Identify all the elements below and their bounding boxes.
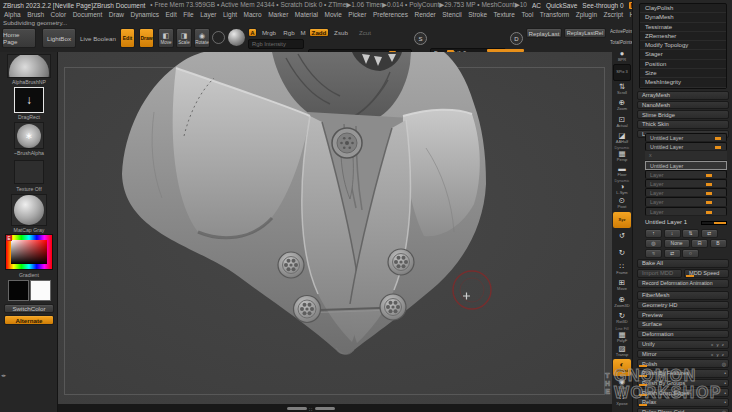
menu-item[interactable]: Texture [494,11,515,18]
menu-item[interactable]: Material [295,11,318,18]
geometry-menu-item[interactable]: ZRemesher [640,32,726,41]
menu-item[interactable]: Edit [166,11,177,18]
menu-item[interactable]: Marker [268,11,288,18]
subpalette-button[interactable]: Geometry HD [637,301,729,310]
layer-tool-button[interactable]: ○ [682,249,699,258]
material-thumbnail[interactable] [11,194,47,226]
quicksave-button[interactable]: QuickSave [546,2,577,9]
layer-tool-button[interactable]: ≈ [645,249,662,258]
geometry-menu-item[interactable]: MeshIntegrity [640,78,726,87]
record-deformation-button[interactable]: Record Deformation Animation [637,279,729,288]
menu-item[interactable]: Color [51,11,67,18]
geometry-menu-item[interactable]: Position [640,60,726,69]
layer-row[interactable]: Layer [645,207,727,216]
layer-row[interactable]: Untitled Layer [645,142,727,151]
menu-item[interactable]: Tool [521,11,533,18]
menu-item[interactable]: Layer [200,11,216,18]
color-picker[interactable]: E [5,234,53,270]
menu-item[interactable]: Picker [348,11,366,18]
geometry-menu-item[interactable]: Tessimate [640,23,726,32]
layer-tool-button[interactable]: ↑ [645,229,662,238]
stroke-type-thumbnail[interactable]: ↓ [14,87,44,113]
menu-item[interactable]: Dynamics [130,11,159,18]
edit-button[interactable]: Edit [120,28,135,48]
secondary-color-swatch[interactable] [30,280,51,301]
bottom-scrollbar[interactable]: ∷ [58,404,632,412]
hscroll-handle-right[interactable] [315,407,335,410]
live-boolean-button[interactable]: Live Boolean [80,28,116,48]
shelf-button[interactable]: ↻ Rot3D [613,310,631,326]
subpalette-button[interactable]: Slime Bridge [637,110,729,119]
rgb-intensity-slider[interactable]: Rgb Intensity [248,39,304,49]
switch-color-button[interactable]: SwitchColor [4,304,54,313]
layer-row[interactable]: Layer [645,179,727,188]
shelf-button[interactable]: ● BPR [613,48,631,64]
current-layer-row[interactable]: Untitled Layer 1 [645,219,727,228]
shelf-button[interactable]: ⊡ Actual [613,114,631,130]
layer-row[interactable]: x [645,151,727,160]
zadd-button[interactable]: Zadd [309,28,329,37]
shelf-button[interactable]: ↺ [613,228,631,244]
subpalette-button[interactable]: FiberMesh [637,291,729,300]
transform-tool-button[interactable]: ◧ Move [158,28,174,48]
deformation-slider[interactable]: Relax Plane Grid ◎ [637,408,729,412]
layer-tool-button[interactable]: ◎ [645,239,662,248]
home-page-button[interactable]: Home Page [2,28,36,48]
geometry-menu-item[interactable]: ClayPolish [640,4,726,13]
saturation-value-square[interactable] [11,240,47,264]
menu-item[interactable]: Transform [540,11,569,18]
menu-item[interactable]: Draw [109,11,124,18]
rgb-button[interactable]: Rgb [281,28,297,37]
shelf-button[interactable]: ◐ Ghost [613,359,631,375]
shelf-button[interactable]: Line Fill ▦ PolyF [613,327,631,343]
shelf-button[interactable]: ▨ Transp [613,343,631,359]
alpha-thumbnail[interactable]: ∗ [14,122,44,149]
deformation-subpalette-header[interactable]: Deformation [637,330,729,339]
shelf-button[interactable]: SPix 3 [613,64,631,80]
draw-button[interactable]: Draw [139,28,154,48]
alternate-button[interactable]: Alternate [4,315,54,325]
transform-tool-button[interactable]: ◨ Scale [176,28,192,48]
menu-item[interactable]: Document [73,11,103,18]
hscroll-handle-left[interactable] [287,407,307,410]
deformation-slider[interactable]: Polish By Features • [637,369,729,378]
shelf-button[interactable]: Dynamic ▦ Persp [613,146,631,162]
menu-item[interactable]: Stroke [468,11,487,18]
tray-divider-handle[interactable]: ◂▸ [1,372,6,378]
m-button[interactable]: M [299,28,307,37]
shelf-button[interactable]: ⊞ Move [613,277,631,293]
shelf-button[interactable]: ↻ [613,245,631,261]
deformation-slider[interactable]: Polish ◎ [637,359,729,368]
menu-item[interactable]: Alpha [4,11,21,18]
layer-tool-button[interactable]: ↓ [664,229,681,238]
menu-item[interactable]: Stencil [442,11,462,18]
shelf-button[interactable]: ▬ Floor [613,163,631,179]
anchor-button[interactable]: A [248,28,257,37]
stroke-curve-dial[interactable]: S [414,32,427,45]
current-brush-thumbnail[interactable] [7,54,51,78]
menu-item[interactable]: Zscript [604,11,624,18]
geometry-menu-item[interactable]: DynaMesh [640,13,726,22]
menu-item[interactable]: Light [223,11,237,18]
layer-row[interactable]: Untitled Layer [645,133,727,142]
shelf-button[interactable]: ∷ Frame [613,261,631,277]
mrgb-button[interactable]: Mrgb [259,28,279,37]
layer-intensity-slider[interactable] [701,221,727,225]
deformation-axis-toggle[interactable]: • [724,370,726,376]
menu-item[interactable]: Movie [324,11,341,18]
menu-item[interactable]: Render [414,11,435,18]
import-mdd-button[interactable]: Import MDD [637,269,682,278]
material-preview-sphere[interactable] [228,29,245,46]
menu-item[interactable]: Preferences [373,11,408,18]
replay-last-button[interactable]: ReplayLast [526,28,562,38]
layer-tool-button[interactable]: B [710,239,727,248]
geometry-menu-item[interactable]: Stager [640,50,726,59]
shelf-button[interactable]: Dynamic ◑ L.Sym [613,179,631,195]
layer-tool-button[interactable]: ⊟ [691,239,708,248]
shelf-button[interactable]: ⇅ Scroll [613,81,631,97]
menu-item[interactable]: Brush [27,11,44,18]
lightbox-button[interactable]: LightBox [42,28,76,48]
replay-last-rel-button[interactable]: ReplayLastRel [564,28,606,38]
shelf-button[interactable]: ⊕ Zoom [613,97,631,113]
deformation-slider[interactable]: Mirror x y z [637,350,729,359]
